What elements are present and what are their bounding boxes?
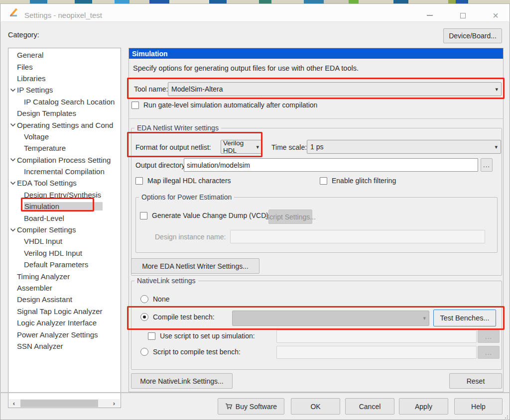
power-estimation-group: Options for Power Estimation Generate Va…: [135, 197, 498, 253]
sidebar-item-label: SSN Analyzer: [17, 342, 63, 350]
run-gate-sim-checkbox[interactable]: [131, 102, 139, 109]
scrollbar-thumb[interactable]: [20, 400, 98, 407]
reset-button[interactable]: Reset: [449, 373, 502, 389]
scroll-left-icon[interactable]: ‹: [9, 400, 19, 407]
chevron-down-icon: ▾: [495, 86, 498, 93]
sidebar-item-verilog-hdl-input[interactable]: Verilog HDL Input: [8, 247, 121, 259]
sidebar-item-general[interactable]: General: [8, 49, 121, 61]
sidebar-item-label: Libraries: [17, 74, 46, 83]
more-eda-settings-button[interactable]: More EDA Netlist Writer Settings...: [131, 258, 259, 274]
sidebar-item-logic-analyzer-interface[interactable]: Logic Analyzer Interface: [8, 317, 121, 328]
use-script-browse-button: ...: [478, 330, 500, 343]
sidebar-item-timing-analyzer[interactable]: Timing Analyzer: [8, 270, 121, 282]
sidebar-item-label: Signal Tap Logic Analyzer: [17, 307, 103, 315]
map-illegal-row: Map illegal HDL characters: [135, 177, 231, 185]
design-instance-input: [230, 230, 485, 243]
expand-arrow-icon[interactable]: [10, 228, 17, 232]
expand-arrow-icon[interactable]: [10, 123, 17, 127]
none-radio-row: None: [140, 295, 169, 303]
sidebar-item-operating-settings-and-cond[interactable]: Operating Settings and Cond: [8, 119, 121, 130]
sidebar-item-ssn-analyzer[interactable]: SSN Analyzer: [8, 340, 121, 352]
sidebar-item-label: IP Settings: [17, 86, 53, 94]
resize-grip[interactable]: [504, 415, 508, 419]
sidebar-item-signal-tap-logic-analyzer[interactable]: Signal Tap Logic Analyzer: [8, 306, 121, 317]
format-netlist-dropdown[interactable]: Verilog HDL ▾: [221, 140, 261, 154]
sidebar-item-label: Design Templates: [17, 109, 76, 117]
minimize-button[interactable]: [419, 8, 441, 23]
buy-software-button[interactable]: Buy Software: [218, 398, 284, 415]
expand-arrow-icon[interactable]: [10, 181, 17, 185]
tool-name-label: Tool name:: [134, 85, 168, 93]
sidebar-item-incremental-compilation[interactable]: Incremental Compilation: [8, 166, 121, 177]
map-illegal-label: Map illegal HDL characters: [147, 177, 231, 185]
minimize-icon: [427, 15, 433, 16]
expand-arrow-icon[interactable]: [10, 88, 17, 92]
sidebar-item-voltage[interactable]: Voltage: [8, 131, 121, 142]
sidebar-item-label: Temperature: [24, 144, 66, 152]
sidebar-item-label: Operating Settings and Cond: [17, 121, 113, 129]
sidebar-item-files[interactable]: Files: [8, 61, 121, 72]
sidebar-item-ip-settings[interactable]: IP Settings: [8, 84, 121, 96]
sidebar-item-label: Power Analyzer Settings: [17, 330, 98, 339]
panel-description: Specify options for generating output fi…: [133, 64, 359, 72]
sidebar-item-label: EDA Tool Settings: [17, 179, 77, 187]
sidebar-item-vhdl-input[interactable]: VHDL Input: [8, 235, 121, 247]
shopping-cart-icon: [225, 403, 233, 410]
sidebar-item-simulation[interactable]: Simulation: [8, 201, 121, 212]
script-settings-button: Script Settings...: [268, 210, 312, 224]
sidebar-item-temperature[interactable]: Temperature: [8, 142, 121, 154]
script-compile-radio[interactable]: [140, 348, 148, 356]
time-scale-dropdown[interactable]: 1 ps ▾: [307, 140, 501, 154]
time-scale-value: 1 ps: [310, 143, 323, 151]
tree-horizontal-scrollbar[interactable]: ‹ ›: [9, 399, 120, 408]
sidebar-item-label: Assembler: [17, 284, 52, 292]
ok-button[interactable]: OK: [291, 398, 340, 415]
glitch-filtering-checkbox[interactable]: [320, 177, 327, 185]
output-directory-browse-button[interactable]: ...: [481, 158, 493, 172]
scroll-right-icon[interactable]: ›: [109, 400, 119, 407]
sidebar-item-compilation-process-setting[interactable]: Compilation Process Setting: [8, 154, 121, 166]
run-gate-sim-label: Run gate-level simulation automatically …: [143, 101, 317, 109]
test-benches-button[interactable]: Test Benches...: [433, 310, 496, 326]
cancel-button[interactable]: Cancel: [345, 398, 394, 415]
use-script-input: [276, 330, 477, 343]
sidebar-item-design-templates[interactable]: Design Templates: [8, 107, 121, 119]
compile-testbench-row: Compile test bench:: [140, 313, 215, 321]
compile-testbench-radio[interactable]: [140, 313, 148, 321]
tool-name-dropdown[interactable]: ModelSim-Altera ▾: [168, 82, 502, 96]
sidebar-item-ip-catalog-search-location[interactable]: IP Catalog Search Location: [8, 96, 121, 107]
sidebar-item-default-parameters[interactable]: Default Parameters: [8, 259, 121, 270]
eda-group-title: EDA Netlist Writer settings: [134, 124, 221, 132]
sidebar-item-design-entry-synthesis[interactable]: Design Entry/Synthesis: [8, 189, 121, 201]
apply-button[interactable]: Apply: [399, 398, 448, 415]
sidebar-item-label: Voltage: [24, 132, 49, 141]
none-radio[interactable]: [140, 295, 148, 303]
panel-title: Simulation: [129, 48, 503, 59]
expand-arrow-icon[interactable]: [10, 158, 17, 162]
close-button[interactable]: ×: [485, 8, 507, 23]
sidebar-item-power-analyzer-settings[interactable]: Power Analyzer Settings: [8, 328, 121, 340]
device-board-button[interactable]: Device/Board...: [443, 28, 502, 43]
map-illegal-checkbox[interactable]: [135, 177, 143, 185]
more-nativelink-settings-button[interactable]: More NativeLink Settings...: [131, 373, 233, 389]
sidebar-item-assembler[interactable]: Assembler: [8, 282, 121, 294]
chevron-down-icon: ▾: [423, 315, 426, 321]
output-directory-input[interactable]: simulation/modelsim: [184, 158, 478, 172]
window-title: Settings - neopixel_test: [24, 11, 102, 19]
sidebar-item-libraries[interactable]: Libraries: [8, 73, 121, 84]
use-script-label: Use script to set up simulation:: [160, 332, 255, 340]
help-button[interactable]: Help: [454, 398, 503, 415]
sidebar-item-compiler-settings[interactable]: Compiler Settings: [8, 224, 121, 235]
design-instance-label: Design instance name:: [155, 233, 226, 241]
sidebar-item-label: Simulation: [24, 202, 103, 210]
sidebar-item-board-level[interactable]: Board-Level: [8, 212, 121, 223]
use-script-checkbox[interactable]: [148, 332, 155, 340]
maximize-button[interactable]: [452, 8, 474, 23]
sidebar-item-design-assistant[interactable]: Design Assistant: [8, 294, 121, 305]
sidebar-item-label: Compiler Settings: [17, 225, 76, 234]
vcd-script-checkbox[interactable]: [140, 212, 147, 219]
power-group-title: Options for Power Estimation: [139, 193, 234, 201]
sidebar-item-eda-tool-settings[interactable]: EDA Tool Settings: [8, 177, 121, 189]
compile-testbench-dropdown[interactable]: ▾: [232, 311, 429, 326]
maximize-icon: [460, 13, 466, 18]
